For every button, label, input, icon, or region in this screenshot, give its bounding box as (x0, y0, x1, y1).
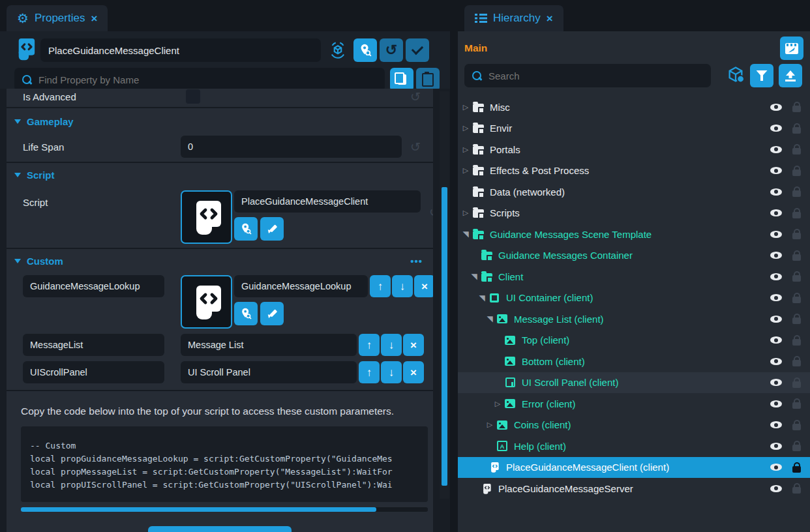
paste-properties-button[interactable] (416, 68, 440, 91)
tree-item[interactable]: ◥ Client (458, 266, 810, 288)
tab-properties[interactable]: ⚙ Properties × (7, 5, 108, 31)
visibility-eye-icon[interactable] (770, 464, 782, 471)
networked-cube-badge-icon[interactable] (727, 65, 745, 86)
visibility-eye-icon[interactable] (770, 188, 782, 196)
tree-item[interactable]: ▷ Scripts (458, 203, 810, 224)
tree-item[interactable]: UI Scroll Panel (client) (458, 372, 810, 394)
lock-icon[interactable] (792, 339, 801, 346)
visibility-eye-icon[interactable] (770, 167, 782, 174)
lock-icon[interactable] (792, 381, 801, 388)
close-icon[interactable]: × (91, 13, 97, 24)
apply-button[interactable] (406, 38, 429, 62)
add-custom-property-button[interactable]: + Add Custom Property (148, 526, 292, 532)
scene-preview-button[interactable] (780, 37, 803, 60)
tree-item[interactable]: ▷ Error (client) (458, 393, 810, 415)
move-down-button[interactable]: ↓ (381, 334, 402, 356)
tree-item-selected[interactable]: PlaceGuidanceMessageClient (client) (458, 457, 810, 479)
reset-icon[interactable]: ↺ (407, 91, 424, 103)
lock-icon[interactable] (792, 106, 801, 112)
tree-item[interactable]: Bottom (client) (458, 351, 810, 372)
horizontal-scrollbar[interactable] (21, 507, 428, 512)
lock-icon[interactable] (792, 445, 801, 451)
is-advanced-checkbox[interactable] (186, 89, 200, 104)
tree-item[interactable]: Guidance Messages Container (458, 245, 810, 267)
section-script[interactable]: Script (7, 164, 433, 185)
more-menu-icon[interactable]: ••• (410, 256, 423, 267)
lock-icon[interactable] (792, 127, 801, 134)
visibility-eye-icon[interactable] (770, 400, 782, 407)
expand-arrow-icon[interactable]: ▷ (460, 124, 471, 132)
custom-prop-name-field[interactable] (23, 275, 164, 297)
custom-prop-value-field[interactable] (181, 334, 357, 356)
horizontal-scrollbar-thumb[interactable] (21, 507, 376, 512)
script-value-field[interactable] (234, 190, 421, 213)
expand-arrow-icon[interactable]: ▷ (485, 421, 495, 429)
find-in-hierarchy-button[interactable] (353, 38, 377, 62)
find-asset-button[interactable] (234, 302, 258, 325)
lock-icon[interactable] (792, 275, 801, 282)
expand-arrow-icon[interactable]: ▷ (460, 209, 471, 217)
tree-item[interactable]: ◥ Guidance Messages Scene Template (458, 224, 810, 245)
visibility-eye-icon[interactable] (770, 231, 782, 238)
copy-properties-button[interactable] (390, 68, 413, 91)
collapse-arrow-icon[interactable]: ◥ (469, 272, 479, 281)
section-gameplay[interactable]: Gameplay (7, 111, 433, 132)
find-property-input[interactable] (37, 74, 377, 86)
lock-icon[interactable] (792, 148, 801, 155)
hierarchy-search-input[interactable] (487, 70, 703, 82)
delete-property-button[interactable]: × (414, 275, 435, 297)
edit-script-button[interactable] (260, 302, 284, 325)
filter-button[interactable] (750, 64, 773, 87)
tree-item[interactable]: Help (client) (458, 436, 810, 457)
tree-item[interactable]: Data (networked) (458, 181, 810, 203)
tree-item[interactable]: Top (client) (458, 330, 810, 351)
visibility-eye-icon[interactable] (770, 316, 782, 323)
delete-property-button[interactable]: × (403, 334, 424, 356)
lock-icon[interactable] (792, 466, 801, 473)
visibility-eye-icon[interactable] (770, 104, 782, 111)
tree-item[interactable]: ▷ Envir (458, 118, 810, 140)
life-span-input[interactable] (181, 136, 402, 158)
object-name-field[interactable] (40, 38, 321, 62)
vertical-scrollbar-thumb[interactable] (442, 187, 447, 486)
move-up-button[interactable]: ↑ (359, 361, 380, 383)
move-down-button[interactable]: ↓ (381, 361, 402, 383)
move-up-button[interactable]: ↑ (359, 334, 380, 356)
visibility-eye-icon[interactable] (770, 273, 782, 280)
collapse-arrow-icon[interactable]: ◥ (485, 314, 495, 323)
tree-item[interactable]: ◥ UI Container (client) (458, 288, 810, 309)
tree-item[interactable]: ◥ Message List (client) (458, 308, 810, 330)
visibility-eye-icon[interactable] (770, 146, 782, 153)
custom-prop-value-field[interactable] (234, 275, 368, 297)
lock-icon[interactable] (792, 360, 801, 366)
reset-icon[interactable]: ↺ (407, 141, 424, 153)
move-up-button[interactable]: ↑ (370, 275, 391, 297)
visibility-eye-icon[interactable] (770, 125, 782, 132)
collapse-arrow-icon[interactable]: ◥ (460, 229, 471, 239)
lock-icon[interactable] (792, 212, 801, 218)
lock-icon[interactable] (792, 424, 801, 430)
revert-button[interactable]: ↺ (380, 38, 403, 62)
tree-item[interactable]: ▷ Misc (458, 96, 810, 118)
panel-divider[interactable] (450, 0, 458, 532)
visibility-eye-icon[interactable] (770, 379, 782, 386)
tree-item[interactable]: ▷ Portals (458, 139, 810, 160)
script-asset-slot[interactable] (181, 190, 232, 244)
edit-script-button[interactable] (260, 217, 284, 241)
lock-icon[interactable] (792, 402, 801, 409)
expand-arrow-icon[interactable]: ▷ (460, 166, 471, 175)
lock-icon[interactable] (792, 190, 801, 197)
custom-params-code-block[interactable]: -- Customlocal propGuidanceMessageLookup… (21, 426, 428, 502)
close-icon[interactable]: × (547, 13, 553, 24)
expand-arrow-icon[interactable]: ▷ (460, 145, 471, 154)
expand-arrow-icon[interactable]: ▷ (492, 400, 503, 408)
export-upload-button[interactable] (779, 64, 802, 87)
tree-item[interactable]: ▷ Effects & Post Process (458, 160, 810, 182)
lock-icon[interactable] (792, 170, 801, 176)
delete-property-button[interactable]: × (403, 361, 424, 383)
tree-item[interactable]: ▷ Coins (client) (458, 415, 810, 436)
visibility-eye-icon[interactable] (770, 294, 782, 301)
expand-arrow-icon[interactable]: ▷ (460, 103, 471, 111)
section-custom[interactable]: Custom ••• (7, 250, 433, 271)
visibility-eye-icon[interactable] (770, 336, 782, 344)
